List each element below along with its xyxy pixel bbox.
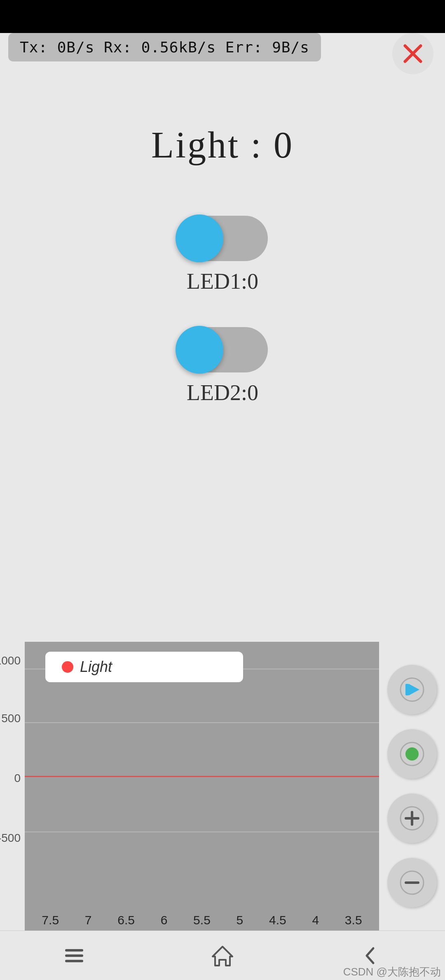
menu-icon [62,943,87,968]
svg-rect-15 [65,960,83,962]
y-label-1000: 1000 [0,654,21,667]
svg-rect-14 [65,954,83,957]
led1-toggle[interactable] [177,216,268,261]
record-icon [400,742,424,766]
x-label-6: 6 [161,913,168,927]
chart-y-axis: 1000 500 0 -500 [0,642,25,931]
svg-rect-9 [411,811,413,826]
x-label-5: 5 [237,913,244,927]
legend-label: Light [80,658,112,676]
chart-x-axis: 7.5 7 6.5 6 5.5 5 4.5 4 3.5 [25,913,379,927]
play-icon [400,677,424,702]
x-label-5-5: 5.5 [193,913,211,927]
zoom-out-button[interactable] [387,858,437,907]
svg-rect-4 [405,684,409,695]
svg-marker-3 [409,684,419,695]
y-label-500: 500 [1,712,21,725]
led2-container: LED2:0 [177,327,268,405]
watermark: CSDN @大陈抱不动 [343,965,441,979]
zoom-out-icon [400,870,424,895]
svg-rect-13 [65,949,83,952]
led1-label: LED1:0 [187,269,258,294]
led2-label: LED2:0 [187,380,258,405]
chart-legend: Light [45,652,243,682]
svg-rect-12 [411,881,413,884]
light-title: Light : 0 [151,124,294,166]
play-button[interactable] [387,665,437,714]
led1-container: LED1:0 [177,216,268,294]
led1-toggle-knob [176,214,223,262]
chart-controls [379,642,445,931]
chart-section: 1000 500 0 -500 Light 7.5 7 6.5 6 5.5 5 … [0,642,445,931]
y-label-0: 0 [14,772,21,785]
svg-point-6 [405,747,419,761]
grid-line-neg500 [25,832,379,832]
chart-area: Light 7.5 7 6.5 6 5.5 5 4.5 4 3.5 [25,642,379,931]
x-label-7-5: 7.5 [42,913,59,927]
grid-line-500 [25,722,379,723]
zoom-in-icon [400,806,424,831]
status-bar [0,0,445,33]
x-label-4-5: 4.5 [269,913,286,927]
x-label-7: 7 [85,913,92,927]
legend-dot [62,661,73,673]
home-icon [210,943,235,968]
svg-marker-16 [213,947,232,966]
x-label-4: 4 [312,913,319,927]
y-label-neg500: -500 [0,832,21,845]
back-icon [358,943,383,968]
led2-toggle-knob [176,326,223,374]
record-button[interactable] [387,729,437,779]
zoom-in-button[interactable] [387,794,437,843]
x-label-6-5: 6.5 [117,913,135,927]
grid-line-zero [25,776,379,777]
home-button[interactable] [202,935,243,976]
menu-button[interactable] [54,935,95,976]
led2-toggle[interactable] [177,327,268,372]
x-label-3-5: 3.5 [345,913,362,927]
